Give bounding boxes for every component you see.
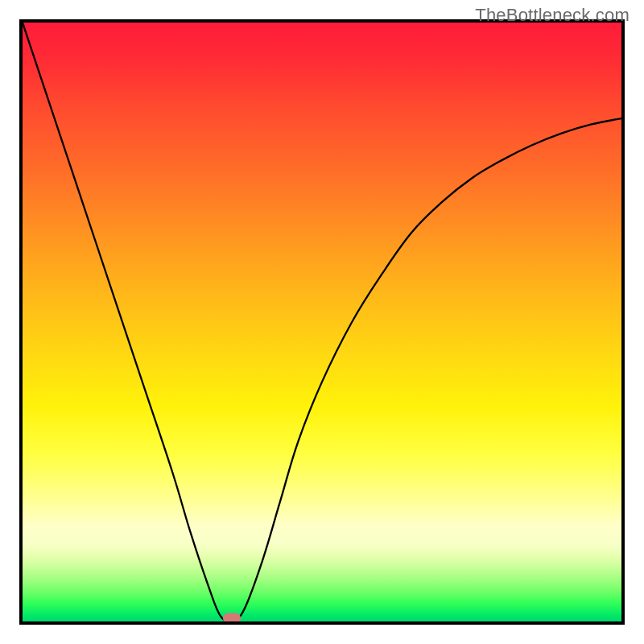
chart-container: TheBottleneck.com xyxy=(0,0,644,644)
bottleneck-curve-svg xyxy=(23,23,621,621)
minimum-marker xyxy=(223,613,241,621)
plot-area xyxy=(23,23,621,621)
bottleneck-curve-path xyxy=(23,23,621,621)
watermark-text: TheBottleneck.com xyxy=(475,5,630,26)
